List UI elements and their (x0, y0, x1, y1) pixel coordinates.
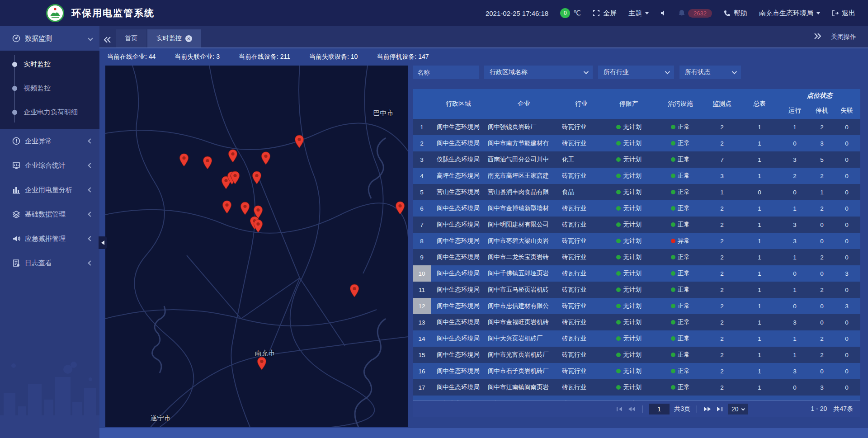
page-size-select[interactable]: 20 (728, 404, 748, 414)
table-row[interactable]: 15阆中生态环境局阆中市光富页岩机砖厂砖瓦行业无计划正常21120 (413, 347, 860, 363)
row-facility-status-cell: 正常 (657, 184, 704, 200)
map-pin-icon[interactable] (240, 202, 250, 215)
row-facility-status-cell: 正常 (657, 298, 704, 314)
map-pin-icon[interactable] (230, 171, 240, 184)
column-header-index (413, 89, 431, 119)
chevron-down-icon (645, 12, 649, 14)
sidebar-item-video-monitoring[interactable]: 视频监控 (0, 76, 99, 100)
sidebar-item-base-data[interactable]: 基础数据管理 (0, 202, 99, 226)
map-pin-icon[interactable] (349, 284, 359, 297)
map-pin-icon[interactable] (294, 135, 304, 148)
table-row[interactable]: 12阆中生态环境局阆中市忠信建材有限公砖瓦行业无计划正常21003 (413, 298, 860, 314)
status-dot-icon (671, 353, 675, 357)
tabs-scroll-left-button[interactable] (99, 32, 116, 47)
row-lost-cell: 0 (833, 200, 860, 217)
map-pin-icon[interactable] (261, 151, 271, 165)
row-index-cell: 12 (413, 298, 431, 314)
row-enterprise-cell: 西南油气田分公司川中 (486, 151, 562, 168)
prev-page-button[interactable] (627, 406, 636, 412)
submenu-bullet-icon (12, 110, 17, 115)
table-row[interactable]: 4高坪生态环境局南充市高坪区王家店建砖瓦行业无计划正常31220 (413, 168, 860, 184)
sidebar-item-realtime-monitoring[interactable]: 实时监控 (0, 52, 99, 76)
table-row[interactable]: 10阆中生态环境局阆中千佛镇五郎垭页岩砖瓦行业无计划正常21003 (413, 265, 860, 282)
row-stop-status-cell: 无计划 (601, 363, 657, 379)
map-roads-layer (105, 66, 408, 427)
row-region-cell: 仪陇生态环境局 (431, 151, 486, 168)
sidebar-item-enterprise-statistics[interactable]: 企业综合统计 (0, 153, 99, 178)
sidebar-item-enterprise-abnormal[interactable]: 企业异常 (0, 129, 99, 153)
page-number-input[interactable]: 1 (649, 404, 670, 414)
org-dropdown[interactable]: 南充市生态环境局 (759, 9, 820, 18)
row-industry-cell: 化工 (562, 151, 601, 168)
table-row[interactable]: 14阆中生态环境局阆中大兴页岩机砖厂砖瓦行业无计划正常21120 (413, 330, 860, 347)
map-pin-icon[interactable] (228, 149, 238, 163)
table-row[interactable]: 8阆中生态环境局阆中市枣碧大梁山页岩砖瓦行业无计划异常21300 (413, 233, 860, 249)
row-enterprise-cell: 阆中市忠信建材有限公 (486, 298, 562, 314)
sidebar-collapse-button[interactable] (99, 236, 107, 249)
map-pin-icon[interactable] (253, 219, 263, 233)
row-enterprise-cell: 阆中强锐页岩砖厂 (486, 119, 562, 135)
notifications[interactable]: 2632 (679, 9, 712, 18)
chevron-down-icon (741, 407, 745, 410)
last-page-button[interactable] (716, 406, 723, 412)
stop-status-text: 无计划 (623, 286, 642, 294)
map-pin-icon[interactable] (222, 200, 232, 214)
table-row[interactable]: 16阆中生态环境局阆中市石子页岩机砖厂砖瓦行业无计划正常21300 (413, 363, 860, 379)
tabs-scroll-right-button[interactable] (814, 33, 821, 41)
sidebar-item-data-monitoring[interactable]: 数据监测 (0, 26, 99, 51)
sidebar-item-power-analysis[interactable]: 企业用电量分析 (0, 178, 99, 202)
fullscreen-button[interactable]: 全屏 (593, 9, 617, 18)
map-pin-icon[interactable] (395, 201, 405, 215)
row-facility-status-cell: 正常 (657, 119, 704, 135)
first-page-button[interactable] (616, 406, 623, 412)
row-lost-cell: 0 (833, 184, 860, 200)
status-filter-select[interactable]: 所有状态 (679, 66, 741, 79)
table-row[interactable]: 13阆中生态环境局阆中市金福旺页岩机砖砖瓦行业无计划正常21300 (413, 314, 860, 330)
table-row[interactable]: 5营山生态环境局营山县润丰肉食品有限食品无计划正常10010 (413, 184, 860, 200)
submenu-bullet-icon (12, 62, 17, 67)
table-row[interactable]: 2阆中生态环境局阆中市南方节能建材有砖瓦行业无计划正常21030 (413, 135, 860, 151)
status-dot-icon (616, 174, 621, 178)
row-run-cell: 3 (779, 217, 811, 233)
map-pin-icon[interactable] (179, 153, 189, 167)
map-pin-icon[interactable] (257, 357, 267, 370)
table-row[interactable]: 18南部生态环境局南部县砚华山河有限公砖瓦行业无计划正常62060 (413, 396, 860, 400)
next-page-button[interactable] (703, 406, 712, 412)
sidebar-item-power-load-detail[interactable]: 企业电力负荷明细 (0, 100, 99, 124)
row-monitor-cell: 6 (704, 396, 740, 400)
stop-status-text: 无计划 (623, 155, 642, 164)
industry-filter-select[interactable]: 所有行业 (598, 66, 674, 79)
column-header-halt: 停机 (811, 103, 833, 119)
sidebar-item-emergency-reduction[interactable]: 应急减排管理 (0, 226, 99, 251)
logout-button[interactable]: 退出 (832, 9, 855, 18)
tab-home[interactable]: 首页 (116, 29, 146, 47)
row-monitor-cell: 2 (704, 298, 740, 314)
table-row[interactable]: 9阆中生态环境局阆中市二龙长宝页岩砖砖瓦行业无计划正常21120 (413, 249, 860, 265)
tab-close-icon[interactable]: ✕ (185, 35, 192, 42)
pagination-bar: 1 共3页 20 (413, 400, 860, 417)
tab-realtime-monitoring[interactable]: 实时监控✕ (147, 29, 201, 47)
table-row[interactable]: 6阆中生态环境局阆中市金博瑞新型墙材砖瓦行业无计划正常21120 (413, 200, 860, 217)
name-filter-input[interactable] (413, 66, 479, 79)
region-filter-select[interactable]: 行政区域名称 (484, 66, 593, 79)
row-region-cell: 营山生态环境局 (431, 184, 486, 200)
theme-dropdown[interactable]: 主题 (628, 9, 649, 18)
row-halt-cell: 0 (811, 265, 833, 282)
close-operations-button[interactable]: 关闭操作 (831, 33, 856, 41)
map-pin-icon[interactable] (203, 156, 212, 170)
table-row[interactable]: 7阆中生态环境局阆中明阳建材有限公司砖瓦行业无计划正常21300 (413, 217, 860, 233)
table-row[interactable]: 11阆中生态环境局阆中市五马桥页岩机砖砖瓦行业无计划正常21120 (413, 282, 860, 298)
row-meter-cell: 1 (740, 135, 779, 151)
table-row[interactable]: 3仪陇生态环境局西南油气田分公司川中化工无计划正常71350 (413, 151, 860, 168)
sidebar-item-log-view[interactable]: 日志查看 (0, 251, 99, 275)
stat-item-2: 当前在线设备: 211 (239, 53, 290, 61)
help-button[interactable]: 帮助 (724, 9, 747, 18)
row-facility-status-cell: 正常 (657, 363, 704, 379)
table-row[interactable]: 1阆中生态环境局阆中强锐页岩砖厂砖瓦行业无计划正常21120 (413, 119, 860, 135)
row-run-cell: 0 (779, 379, 811, 396)
table-row[interactable]: 17阆中生态环境局阆中市江南镇阆南页岩砖瓦行业无计划正常21030 (413, 379, 860, 396)
map-pin-icon[interactable] (252, 171, 262, 184)
sound-toggle[interactable] (660, 10, 667, 16)
row-meter-cell: 1 (740, 298, 779, 314)
row-stop-status-cell: 无计划 (601, 151, 657, 168)
